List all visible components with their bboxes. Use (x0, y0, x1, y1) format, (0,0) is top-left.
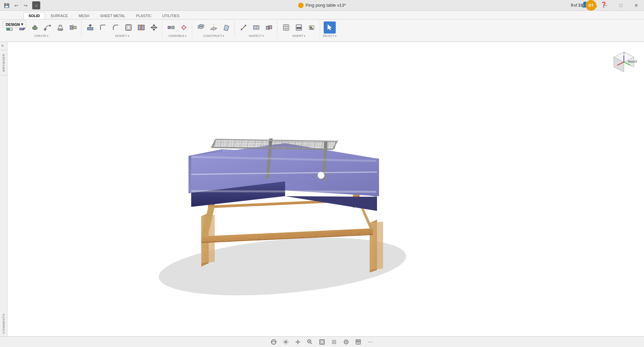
titlebar: 💾 ↩ ↪ ⌂ Ping pong table v13* + 7 of 10 👤… (0, 0, 644, 11)
offset-plane-button[interactable] (195, 21, 207, 34)
svg-point-11 (58, 29, 63, 31)
joint-button[interactable] (165, 21, 177, 34)
comments-tab[interactable]: COMMENTS (1, 311, 7, 337)
tab-solid[interactable]: SOLID (23, 12, 45, 19)
create-label[interactable]: CREATE ▾ (34, 34, 48, 38)
split-body-button[interactable] (135, 21, 147, 34)
svg-point-12 (59, 25, 61, 26)
inspect-group: INSPECT ▾ (235, 21, 277, 38)
svg-marker-26 (151, 26, 153, 28)
inspect-label[interactable]: INSPECT ▾ (249, 34, 264, 38)
joint-origin-button[interactable] (178, 21, 190, 34)
window-title: Ping pong table v13* (306, 3, 346, 8)
svg-rect-30 (172, 26, 174, 28)
svg-text:RIGHT: RIGHT (628, 60, 637, 63)
tab-count-display: 7 of 10 (569, 0, 584, 11)
svg-text:Z: Z (623, 52, 625, 55)
fit-to-screen-button[interactable] (317, 337, 327, 347)
design-menu[interactable]: DESIGN ▾ (3, 21, 26, 28)
zoom-window-button[interactable] (305, 337, 315, 347)
mirror-button[interactable] (67, 21, 79, 34)
toolbar: SOLID SURFACE MESH SHEET METAL PLASTIC U… (0, 11, 644, 42)
redo-button[interactable]: ↪ (21, 1, 30, 9)
construct-label[interactable]: CONSTRUCT ▾ (203, 34, 224, 38)
toolbar-groups: CREATE ▾ (0, 19, 644, 42)
svg-text:SVG: SVG (297, 27, 302, 29)
svg-marker-139 (296, 341, 297, 343)
svg-rect-52 (283, 25, 289, 31)
look-at-button[interactable] (281, 337, 290, 347)
chamfer-button[interactable] (110, 21, 122, 34)
undo-button[interactable]: ↩ (12, 1, 20, 9)
user-avatar[interactable]: OT (586, 0, 596, 11)
svg-rect-29 (168, 26, 170, 28)
svg-point-136 (285, 342, 286, 342)
home-button[interactable]: ⌂ (32, 1, 40, 9)
tab-surface[interactable]: SURFACE (46, 12, 73, 19)
svg-marker-15 (74, 26, 76, 28)
save-button[interactable]: 💾 (3, 1, 11, 9)
move-button[interactable] (148, 21, 160, 34)
orbit-button[interactable] (269, 337, 278, 347)
modify-label[interactable]: MODIFY ▾ (115, 34, 129, 38)
svg-marker-14 (70, 26, 72, 30)
svg-marker-41 (224, 25, 229, 31)
maximize-button[interactable]: □ (613, 0, 629, 11)
revolve-button[interactable] (29, 21, 41, 34)
more-options-button[interactable]: ⋯ (366, 337, 375, 347)
measure-button[interactable] (237, 21, 250, 34)
tab-mesh[interactable]: MESH (74, 12, 95, 19)
interference-button[interactable] (263, 21, 275, 34)
insert-group: SVG INSERT ▾ (278, 21, 320, 38)
pan-button[interactable] (293, 337, 303, 347)
svg-rect-16 (88, 27, 93, 30)
svg-point-133 (271, 340, 276, 344)
decal-button[interactable] (306, 21, 318, 34)
svg-marker-18 (89, 24, 91, 26)
press-pull-button[interactable] (84, 21, 96, 34)
sidebar-expand-button[interactable]: » (0, 42, 7, 49)
select-group: SELECT ▾ (321, 21, 338, 38)
midplane-button[interactable] (208, 21, 220, 34)
close-button[interactable]: ✕ (629, 0, 644, 11)
svg-rect-146 (320, 340, 324, 344)
section-analysis-button[interactable] (250, 21, 262, 34)
insert-label[interactable]: INSERT ▾ (292, 34, 306, 38)
select-label[interactable]: SELECT ▾ (323, 34, 336, 38)
svg-marker-140 (299, 341, 300, 343)
tab-plastic[interactable]: PLASTIC (131, 12, 157, 19)
environment-button[interactable] (354, 337, 363, 347)
svg-marker-27 (156, 26, 157, 28)
grid-button[interactable] (329, 337, 339, 347)
svg-point-155 (358, 340, 360, 341)
svg-point-141 (297, 341, 299, 343)
titlebar-left-controls: 💾 ↩ ↪ ⌂ (0, 0, 43, 11)
svg-rect-147 (321, 341, 323, 343)
select-button[interactable] (324, 21, 336, 34)
minimize-button[interactable]: ─ (598, 0, 613, 11)
assemble-label[interactable]: ASSEMBLE ▾ (168, 34, 187, 38)
tab-sheet-metal[interactable]: SHEET METAL (95, 12, 130, 19)
construct-group: CONSTRUCT ▾ (193, 21, 235, 38)
svg-point-60 (310, 26, 311, 28)
svg-point-10 (50, 25, 51, 26)
shell-button[interactable] (122, 21, 135, 34)
modify-group: MODIFY ▾ (82, 21, 162, 38)
plane-at-angle-button[interactable] (220, 21, 232, 34)
window-title-area: Ping pong table v13* (298, 3, 346, 8)
svg-marker-138 (297, 343, 299, 344)
assemble-group: ASSEMBLE ▾ (163, 21, 192, 38)
3d-scene[interactable]: RIGHT Z (7, 42, 644, 336)
insert-svg-button[interactable]: SVG (293, 21, 305, 34)
visual-style-button[interactable] (341, 337, 351, 347)
app-icon (298, 3, 304, 8)
svg-rect-51 (269, 26, 269, 28)
insert-mesh-button[interactable] (280, 21, 292, 34)
fillet-button[interactable] (97, 21, 109, 34)
svg-marker-24 (153, 24, 155, 26)
viewcube[interactable]: RIGHT Z (610, 49, 637, 75)
loft-button[interactable] (54, 21, 66, 34)
tab-utilities[interactable]: UTILITIES (157, 12, 184, 19)
sweep-button[interactable] (42, 21, 54, 34)
browser-tab[interactable]: BROWSER (1, 51, 7, 74)
